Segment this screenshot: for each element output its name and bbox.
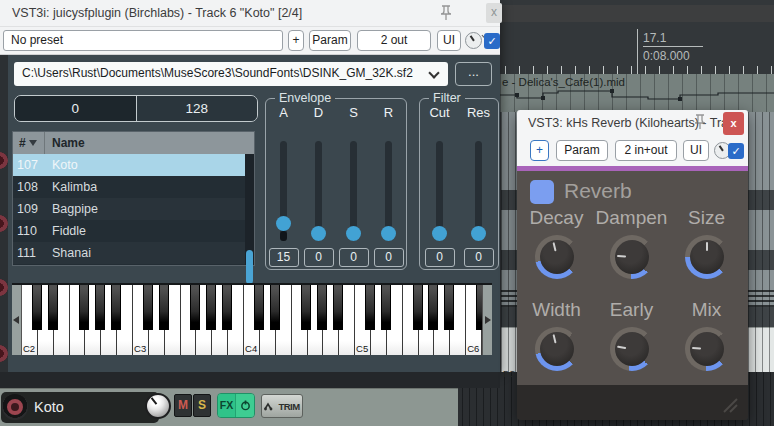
- filter-group: Filter Cut0Res0: [419, 98, 499, 270]
- piano-key-black[interactable]: [95, 285, 105, 330]
- piano-key-black[interactable]: [270, 285, 280, 330]
- param-button[interactable]: Param: [309, 30, 351, 51]
- piano-key-black[interactable]: [333, 285, 343, 330]
- preset-dropdown[interactable]: No preset: [3, 30, 283, 51]
- slider-track[interactable]: [350, 141, 357, 241]
- scrollbar-thumb[interactable]: [246, 250, 253, 284]
- param-button[interactable]: Param: [556, 140, 608, 161]
- slider-value[interactable]: 0: [339, 248, 369, 267]
- column-name[interactable]: Name: [45, 132, 254, 154]
- slider-thumb[interactable]: [276, 216, 291, 231]
- slider-value[interactable]: 0: [425, 248, 455, 267]
- slider-thumb[interactable]: [381, 226, 396, 241]
- piano-key-black[interactable]: [476, 285, 482, 330]
- slider-value[interactable]: 0: [304, 248, 334, 267]
- track-name[interactable]: Koto: [34, 399, 64, 415]
- track-control-bar: Koto M S FX TRIM: [0, 388, 458, 426]
- table-row[interactable]: 111Shanai: [13, 242, 254, 264]
- piano-keyboard: C2C3C4C5C6: [12, 283, 492, 353]
- slider-track[interactable]: [385, 141, 392, 241]
- piano-key-black[interactable]: [428, 285, 438, 330]
- piano-key-black[interactable]: [111, 285, 121, 330]
- keyboard-scroll-left[interactable]: [12, 285, 22, 355]
- add-fx-button[interactable]: +: [530, 140, 549, 161]
- slider-value[interactable]: 0: [464, 248, 494, 267]
- io-button[interactable]: 2 in+out: [615, 140, 677, 161]
- preset-number: 109: [13, 198, 45, 220]
- bypass-checkbox[interactable]: ✓: [484, 33, 500, 49]
- arrow-left-icon: [13, 316, 19, 324]
- table-row[interactable]: 108Kalimba: [13, 176, 254, 198]
- piano-key-black[interactable]: [190, 285, 200, 330]
- io-button[interactable]: 2 out: [357, 30, 431, 51]
- keyboard-scroll-right[interactable]: [482, 285, 492, 355]
- slider-thumb[interactable]: [432, 226, 447, 241]
- knob-control[interactable]: [535, 235, 579, 279]
- slider-value[interactable]: 0: [374, 248, 404, 267]
- fx-button[interactable]: FX: [217, 393, 255, 418]
- record-arm-button[interactable]: [2, 394, 28, 420]
- ui-button[interactable]: UI: [683, 140, 709, 161]
- mute-button[interactable]: M: [174, 394, 192, 417]
- piano-key-black[interactable]: [381, 285, 391, 330]
- piano-key-black[interactable]: [79, 285, 89, 330]
- solo-button[interactable]: S: [193, 394, 211, 417]
- table-scrollbar[interactable]: [245, 154, 254, 265]
- knob-control[interactable]: [610, 327, 654, 371]
- bypass-checkbox[interactable]: ✓: [728, 143, 744, 159]
- soundfont-path-field[interactable]: C:\Users\Rust\Documents\MuseScore3\Sound…: [14, 62, 448, 86]
- slider-label: D: [314, 105, 323, 123]
- table-row[interactable]: 107Koto: [13, 154, 254, 176]
- bank-high-button[interactable]: 128: [137, 96, 258, 121]
- edit-cursor: [637, 29, 638, 74]
- window-titlebar[interactable]: VST3: kHs Reverb (Kilohearts) - Track...…: [517, 110, 748, 137]
- piano-key-black[interactable]: [143, 285, 153, 330]
- piano-key-black[interactable]: [159, 285, 169, 330]
- slider-track[interactable]: [315, 141, 322, 241]
- close-icon[interactable]: x: [486, 3, 502, 23]
- slider-label: Res: [467, 105, 490, 123]
- ui-button[interactable]: UI: [437, 30, 461, 51]
- piano-key-black[interactable]: [301, 285, 311, 330]
- window-title: VST3i: juicysfplugin (Birchlabs) - Track…: [12, 6, 302, 20]
- fx-enable-toggle[interactable]: [235, 394, 254, 417]
- automation-envelope[interactable]: [500, 74, 774, 112]
- piano-key-black[interactable]: [32, 285, 42, 330]
- resize-grip[interactable]: [718, 397, 738, 413]
- knob-control[interactable]: [610, 235, 654, 279]
- browse-button[interactable]: ...: [455, 62, 492, 86]
- column-number[interactable]: #: [13, 132, 45, 154]
- table-header[interactable]: # Name: [13, 132, 254, 154]
- slider-track[interactable]: [280, 141, 287, 241]
- pin-icon[interactable]: [437, 3, 455, 23]
- slider-track[interactable]: [436, 141, 443, 241]
- pin-icon[interactable]: [691, 112, 709, 132]
- preset-name: Fiddle: [45, 220, 254, 242]
- table-row[interactable]: 109Bagpipe: [13, 198, 254, 220]
- slider-track[interactable]: [475, 141, 482, 241]
- knob-control[interactable]: [685, 235, 729, 279]
- knob-control[interactable]: [685, 327, 729, 371]
- slider-thumb[interactable]: [471, 226, 486, 241]
- wet-knob-icon[interactable]: [465, 32, 482, 49]
- piano-key-black[interactable]: [48, 285, 58, 330]
- volume-knob[interactable]: [145, 393, 171, 419]
- add-fx-button[interactable]: +: [288, 30, 304, 51]
- piano-key-black[interactable]: [206, 285, 216, 330]
- piano-key-black[interactable]: [222, 285, 232, 330]
- piano-key-black[interactable]: [254, 285, 264, 330]
- bank-low-button[interactable]: 0: [15, 96, 137, 121]
- trim-automation-button[interactable]: TRIM: [261, 394, 303, 418]
- table-row[interactable]: 110Fiddle: [13, 220, 254, 242]
- slider-thumb[interactable]: [346, 226, 361, 241]
- window-titlebar[interactable]: VST3i: juicysfplugin (Birchlabs) - Track…: [0, 0, 500, 27]
- piano-key-black[interactable]: [413, 285, 423, 330]
- fx-label[interactable]: FX: [218, 394, 235, 417]
- slider-value[interactable]: 15: [269, 248, 299, 267]
- piano-key-black[interactable]: [365, 285, 375, 330]
- slider-thumb[interactable]: [311, 226, 326, 241]
- piano-key-black[interactable]: [444, 285, 454, 330]
- close-icon[interactable]: x: [723, 112, 744, 135]
- knob-control[interactable]: [535, 327, 579, 371]
- piano-key-black[interactable]: [317, 285, 327, 330]
